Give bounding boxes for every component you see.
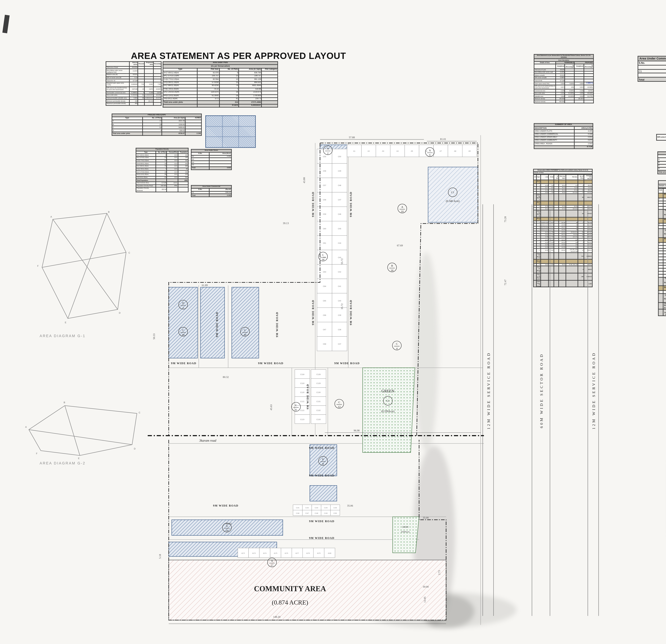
plot-cell: C132 [311, 406, 326, 415]
svg-text:C40: C40 [338, 300, 341, 302]
dimension-label: 148.20 [273, 615, 281, 618]
plot-cell: C149 [321, 510, 331, 515]
plot-cell: C41 [332, 279, 347, 293]
plot-cell: C141 [293, 505, 302, 510]
plot-cell: C37 [332, 337, 347, 351]
table-row: TOTAL IN BLOCK A383622.73 [658, 209, 666, 218]
table-row: Balance area (A)8.6151 [106, 74, 161, 77]
plot-cell: A179 [313, 548, 324, 558]
table-row: Open space area(7.5%)0.6547.500%0.6547.5… [534, 82, 593, 85]
svg-text:C132: C132 [316, 409, 321, 411]
plot-cell: C45 [332, 221, 347, 236]
plan-label: (0.06Acre) [401, 531, 409, 533]
svg-text:A3: A3 [382, 150, 384, 152]
road-label: 60M WIDE SECTOR ROAD [539, 353, 544, 428]
svg-text:34: 34 [322, 258, 325, 261]
svg-text:D: D [182, 302, 184, 304]
plot-cell: C131 [311, 396, 326, 406]
plot-cell: C61 [317, 236, 332, 250]
svg-text:C41: C41 [338, 285, 341, 287]
dimension-label: 57.88 [349, 136, 355, 139]
svg-text:E: E [78, 457, 80, 460]
table-row: Commercial area0.3494.000%0.3383.875% [534, 89, 593, 92]
svg-text:C150: C150 [333, 512, 337, 514]
dimension-label: 45.63 [269, 404, 273, 410]
plot-cell: C67 [317, 322, 332, 337]
table-title: Demarcation AREA STATEMENT for 8.82 acre… [658, 180, 666, 184]
table-row: J=(5.0X11.50)mt.57.5412357.5 [163, 98, 278, 101]
table-row: C=(6.77X12.20)mt.82.59412991.128 [163, 78, 278, 81]
plot-cell: A6 [419, 145, 434, 157]
diagram-caption: AREA DIAGRAM G-1 [39, 334, 86, 338]
table-row: BLOCK B [658, 218, 666, 223]
table-row: C525459.81 [658, 164, 666, 167]
table-row: BLOCK C [658, 238, 666, 242]
plot-cell: C47 [332, 192, 347, 207]
column-header: Percentage [138, 62, 145, 66]
column-header: Type [112, 117, 142, 120]
table-row: C14.677.14104.7492-115,202094.88 [658, 257, 666, 260]
road-label: 9M WIDE ROAD [334, 362, 360, 365]
column-header: Area in acres [129, 62, 138, 66]
plot-cell: C49 [332, 164, 347, 178]
table-row: TOTAL IN BLOCK C11412098.95 [658, 277, 666, 286]
plot-cell: C40 [332, 293, 347, 308]
svg-text:C: C [295, 404, 297, 407]
road-label: 9M WIDE ROAD [312, 300, 315, 325]
column-header: Type [163, 68, 197, 71]
column-header: Type [658, 155, 666, 158]
table-row: BLOCK D [658, 286, 666, 291]
svg-text:E: E [65, 321, 66, 324]
svg-text:C128: C128 [316, 373, 321, 375]
plot-cell: C55 [317, 149, 332, 164]
plot-cell: A3 [376, 145, 390, 157]
svg-text:C123: C123 [300, 419, 304, 421]
dimension-label: 67.69 [397, 244, 403, 247]
svg-text:C131: C131 [316, 401, 321, 403]
table-row: C12.2010.09123.101371123.10 [658, 262, 666, 266]
site-plan: C55C56C57C58C59C60C61C62C63C64C65C66C67C… [148, 132, 628, 626]
table-row: D=(5.06X11.39)mt.57.633415864.501 [163, 81, 278, 85]
road-label: 9M WIDE ROAD [215, 312, 218, 337]
dimension-label: 55.72 [340, 258, 344, 264]
column-header: Type [663, 188, 666, 193]
table-row: C13.177.96104.8334-50,53-91565870.66 [658, 254, 666, 257]
plot-cell: C48 [332, 178, 347, 192]
road-label: 12M WIDE SERVICE ROAD [487, 352, 491, 429]
plot-cell: C145 [331, 505, 340, 510]
table-row: A171621.43 [658, 158, 666, 161]
table-row: Total of A+B8.7138 [534, 79, 593, 82]
plot-cell: C128 [311, 370, 326, 378]
svg-text:C133: C133 [316, 419, 321, 421]
table-row: 2B11.395.0657.6320-29,10576.33 [658, 223, 666, 226]
diagram-caption: AREA DIAGRAM G-2 [39, 461, 86, 465]
plot-cell: C43 [332, 250, 347, 264]
plot-cell: C59 [317, 207, 332, 221]
plot-cell: A178 [303, 548, 313, 558]
table-row: G=(7.25X16.35)mt.118.5375182133.675 [163, 91, 278, 95]
green-belt-small [393, 517, 419, 553]
plan-label: (0.340 Acre) [446, 200, 459, 203]
svg-text:14: 14 [226, 529, 228, 532]
dimension-label: 61.89 [202, 284, 208, 287]
table-row: D4328.02 [112, 129, 201, 132]
svg-text:E: E [322, 458, 324, 461]
svg-text:A: A [25, 426, 27, 428]
table-row: Area under plots5.315418614.2431615748.6… [106, 94, 161, 97]
svg-text:C: C [396, 342, 398, 345]
svg-text:A178: A178 [306, 553, 310, 554]
svg-text:C63: C63 [323, 271, 326, 273]
svg-text:A177: A177 [296, 553, 299, 554]
svg-text:6: 6 [295, 408, 297, 411]
svg-text:A: A [429, 149, 431, 152]
svg-text:A1: A1 [353, 150, 355, 152]
table-row: A13.176.5486.1351,522172.26 [658, 201, 666, 204]
svg-text:A172: A172 [242, 553, 245, 554]
svg-text:C141: C141 [296, 507, 299, 509]
svg-text:C46: C46 [338, 213, 341, 215]
table-row: Required open space area (7.5%)0.6535357… [106, 82, 161, 87]
svg-text:C: C [322, 253, 324, 256]
svg-text:C1: C1 [451, 191, 454, 194]
table-title: Area Under Plots [163, 62, 278, 65]
svg-text:C67: C67 [323, 328, 326, 331]
